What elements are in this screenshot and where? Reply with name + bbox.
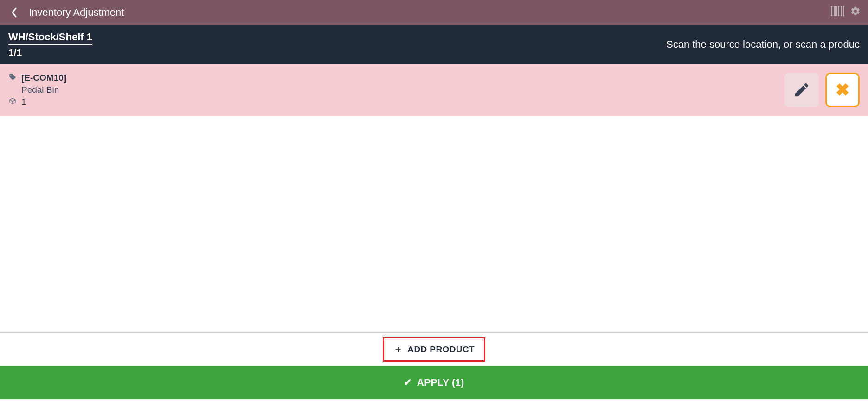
svg-rect-0 [831,6,832,16]
plus-icon: ＋ [393,343,403,356]
svg-rect-7 [843,6,844,16]
apply-label: APPLY (1) [417,377,464,388]
product-qty-line: 1 [8,97,66,107]
apply-button[interactable]: ✔ APPLY (1) [0,366,868,399]
pencil-icon [793,81,810,99]
check-icon: ✔ [404,377,412,388]
tag-icon [8,73,17,83]
page-counter: 1/1 [8,47,92,58]
location-path[interactable]: WH/Stock/Shelf 1 [8,31,92,45]
add-product-section: ＋ ADD PRODUCT [0,332,868,366]
product-quantity: 1 [21,97,26,107]
content-area [0,116,868,332]
edit-button[interactable] [784,73,819,107]
product-actions: ✖ [784,73,860,107]
product-reference-line: [E-COM10] [8,73,66,83]
gear-icon[interactable] [850,6,861,19]
svg-rect-5 [840,6,840,16]
svg-rect-1 [833,6,833,16]
add-product-label: ADD PRODUCT [407,344,475,355]
top-bar: Inventory Adjustment [0,0,868,25]
top-right-controls [831,6,861,19]
svg-rect-2 [834,6,836,16]
box-icon [8,97,17,107]
svg-rect-3 [836,6,837,16]
product-reference: [E-COM10] [21,73,66,83]
delete-button[interactable]: ✖ [825,73,860,107]
sub-header-left: WH/Stock/Shelf 1 1/1 [8,31,92,58]
sub-header: WH/Stock/Shelf 1 1/1 Scan the source loc… [0,25,868,64]
scan-hint: Scan the source location, or scan a prod… [666,38,860,51]
product-name: Pedal Bin [21,85,66,95]
barcode-icon[interactable] [831,6,844,19]
gear-svg-icon [850,6,861,16]
svg-rect-4 [838,6,839,16]
close-icon: ✖ [836,80,849,100]
back-button[interactable] [7,7,21,18]
add-product-button[interactable]: ＋ ADD PRODUCT [383,337,485,362]
svg-rect-6 [841,6,842,16]
product-row[interactable]: [E-COM10] Pedal Bin 1 ✖ [0,64,868,116]
chevron-left-icon [11,7,18,18]
product-info: [E-COM10] Pedal Bin 1 [8,73,66,107]
barcode-svg-icon [831,6,844,16]
page-title: Inventory Adjustment [29,6,124,19]
